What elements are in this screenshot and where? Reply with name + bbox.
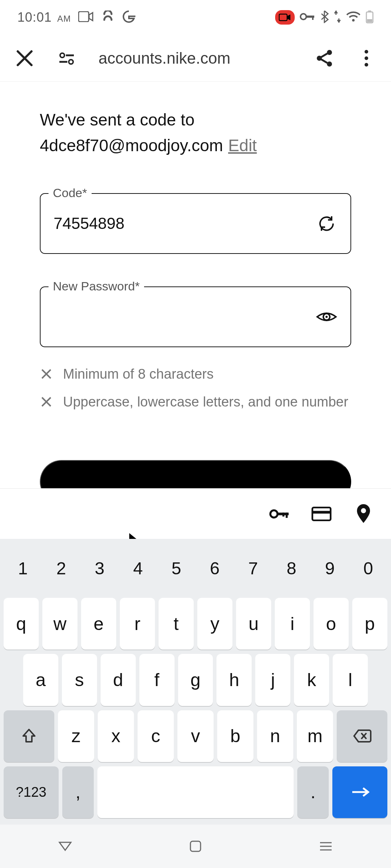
svg-point-18 (365, 50, 368, 54)
key-x[interactable]: x (98, 710, 134, 762)
key-n[interactable]: n (257, 710, 293, 762)
intro-text: We've sent a code to (40, 107, 351, 133)
battery-icon (366, 10, 374, 25)
svg-rect-31 (190, 841, 201, 851)
key-w[interactable]: w (42, 598, 77, 650)
key-m[interactable]: m (297, 710, 333, 762)
keyboard-suggestion-bar (0, 488, 391, 539)
password-input[interactable] (54, 308, 316, 326)
svg-rect-26 (282, 512, 284, 516)
key-3[interactable]: 3 (80, 558, 119, 578)
email-line: 4dce8f70@moodjoy.comEdit (40, 133, 351, 158)
svg-rect-8 (368, 10, 371, 12)
key-q[interactable]: q (4, 598, 39, 650)
key-5[interactable]: 5 (157, 558, 196, 578)
key-t[interactable]: t (159, 598, 194, 650)
code-input[interactable] (54, 214, 316, 233)
svg-rect-28 (312, 511, 331, 513)
system-nav-bar (0, 825, 391, 868)
key-v[interactable]: v (177, 710, 214, 762)
card-icon[interactable] (311, 504, 332, 524)
requirement-2: Uppercase, lowercase letters, and one nu… (63, 392, 351, 412)
key-1[interactable]: 1 (4, 558, 42, 578)
email-text: 4dce8f70@moodjoy.com (40, 136, 223, 155)
key-icon (300, 12, 315, 22)
eye-icon[interactable] (316, 306, 337, 328)
google-g-icon (122, 10, 135, 25)
svg-line-16 (321, 54, 327, 57)
password-label: New Password* (49, 279, 144, 293)
svg-line-17 (321, 59, 327, 63)
shift-key[interactable] (4, 710, 54, 762)
key-o[interactable]: o (314, 598, 349, 650)
key-u[interactable]: u (236, 598, 271, 650)
data-icon (334, 10, 341, 24)
on-screen-keyboard: 1 2 3 4 5 6 7 8 9 0 q w e r t y u i o p … (0, 539, 391, 825)
key-e[interactable]: e (81, 598, 116, 650)
backspace-key[interactable] (337, 710, 387, 762)
requirement-1: Minimum of 8 characters (63, 365, 351, 384)
period-key[interactable]: . (297, 766, 329, 818)
key-y[interactable]: y (197, 598, 232, 650)
nav-back-icon[interactable] (56, 838, 74, 855)
key-f[interactable]: f (139, 654, 175, 706)
status-bar: 10:01 AM (0, 0, 391, 35)
key-h[interactable]: h (216, 654, 252, 706)
svg-point-22 (325, 316, 328, 318)
svg-rect-7 (367, 19, 372, 22)
key-c[interactable]: c (138, 710, 174, 762)
comma-key[interactable]: , (62, 766, 94, 818)
svg-rect-27 (312, 507, 331, 520)
key-d[interactable]: d (101, 654, 136, 706)
svg-point-2 (300, 14, 306, 20)
close-icon[interactable] (14, 48, 35, 68)
key-b[interactable]: b (217, 710, 253, 762)
cloud-sync-icon (101, 10, 115, 24)
key-g[interactable]: g (178, 654, 213, 706)
svg-point-9 (60, 53, 64, 58)
key-8[interactable]: 8 (272, 558, 311, 578)
svg-rect-25 (286, 512, 287, 518)
space-key[interactable] (97, 766, 294, 818)
key-p[interactable]: p (352, 598, 387, 650)
svg-point-19 (365, 56, 368, 60)
key-i[interactable]: i (275, 598, 310, 650)
status-time: 10:01 AM (17, 10, 71, 25)
key-6[interactable]: 6 (196, 558, 234, 578)
key-a[interactable]: a (23, 654, 58, 706)
key-7[interactable]: 7 (234, 558, 272, 578)
nav-recents-icon[interactable] (317, 838, 335, 855)
share-icon[interactable] (314, 48, 335, 68)
key-s[interactable]: s (62, 654, 97, 706)
svg-point-5 (352, 19, 355, 22)
key-4[interactable]: 4 (119, 558, 157, 578)
key-9[interactable]: 9 (311, 558, 349, 578)
key-j[interactable]: j (255, 654, 290, 706)
svg-rect-1 (279, 14, 287, 21)
nav-home-icon[interactable] (187, 838, 204, 855)
site-settings-icon[interactable] (56, 48, 77, 68)
edit-link[interactable]: Edit (228, 136, 257, 155)
key-r[interactable]: r (120, 598, 155, 650)
key-k[interactable]: k (294, 654, 329, 706)
key-0[interactable]: 0 (349, 558, 387, 578)
password-key-icon[interactable] (269, 504, 290, 524)
camera-outline-icon (78, 11, 93, 24)
url-text[interactable]: accounts.nike.com (98, 49, 293, 67)
refresh-icon[interactable] (316, 213, 337, 234)
page-content: We've sent a code to 4dce8f70@moodjoy.co… (0, 82, 391, 504)
symbols-key[interactable]: ?123 (4, 766, 59, 818)
password-requirements: Minimum of 8 characters Uppercase, lower… (40, 365, 351, 412)
more-menu-icon[interactable] (356, 48, 377, 68)
x-icon (40, 395, 53, 408)
code-label: Code* (49, 186, 92, 200)
password-field-wrap: New Password* (40, 286, 351, 347)
bluetooth-icon (320, 10, 329, 25)
key-2[interactable]: 2 (42, 558, 80, 578)
svg-point-29 (361, 508, 366, 513)
location-pin-icon[interactable] (353, 504, 374, 524)
key-l[interactable]: l (333, 654, 368, 706)
enter-key[interactable] (332, 766, 387, 818)
svg-rect-4 (312, 16, 314, 20)
key-z[interactable]: z (58, 710, 94, 762)
